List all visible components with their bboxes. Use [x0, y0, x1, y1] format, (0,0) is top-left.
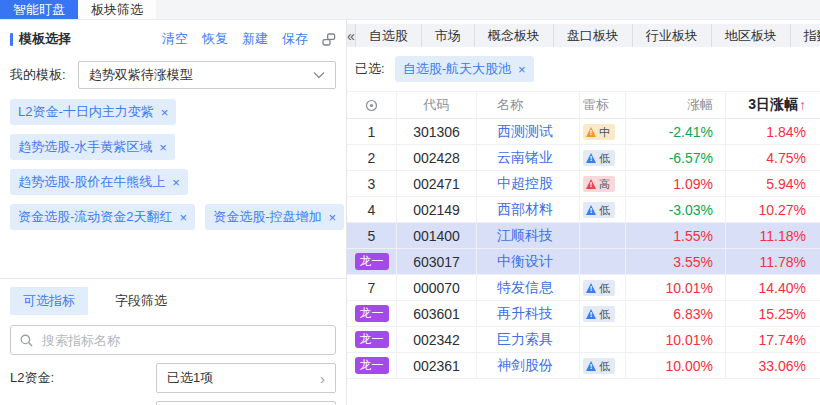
- change3d-pct: 11.78%: [726, 249, 820, 274]
- my-template-label: 我的模板:: [10, 66, 66, 84]
- condition-tag-label: 趋势选股-股价在牛熊线上: [18, 173, 165, 191]
- close-icon[interactable]: ×: [161, 107, 169, 118]
- close-icon[interactable]: ×: [172, 177, 180, 188]
- app-window: 智能盯盘 板块筛选 模板选择 清空 恢复 新建 保存: [0, 0, 820, 405]
- change-pct: 10.01%: [626, 275, 726, 300]
- warning-triangle-icon: !: [586, 205, 596, 215]
- stock-name[interactable]: 江顺科技: [477, 223, 580, 248]
- change-pct: -6.57%: [626, 145, 726, 170]
- condition-tag[interactable]: 资金选股-流动资金2天翻红 ×: [10, 204, 195, 230]
- stock-name[interactable]: 特发信息: [477, 275, 580, 300]
- tab-sector-filter[interactable]: 板块筛选: [78, 0, 156, 19]
- warning-triangle-icon: !: [586, 127, 596, 137]
- radar-badge-low: ! 低: [583, 150, 615, 166]
- warning-triangle-icon: !: [586, 309, 596, 319]
- close-icon[interactable]: ×: [180, 212, 188, 223]
- selected-board-tag[interactable]: 自选股-航天大股池 ×: [395, 56, 534, 82]
- chevron-right-icon: ›: [320, 371, 325, 386]
- selected-board-tag-label: 自选股-航天大股池: [403, 60, 511, 78]
- stock-name[interactable]: 中超控股: [477, 171, 580, 196]
- radar-cell: [580, 327, 626, 352]
- header-change3d[interactable]: 3日涨幅↑: [726, 92, 820, 118]
- radar-badge-low: ! 低: [583, 306, 615, 322]
- stock-name[interactable]: 巨力索具: [477, 327, 580, 352]
- board-tab-region[interactable]: 地区板块: [711, 24, 790, 47]
- change3d-pct: 10.27%: [726, 197, 820, 222]
- tab-available-indicators[interactable]: 可选指标: [10, 287, 88, 315]
- table-row[interactable]: 4 002149 西部材料 ! 低 -3.03% 10.27%: [347, 197, 820, 223]
- restore-button[interactable]: 恢复: [202, 30, 228, 48]
- table-row[interactable]: 7 000070 特发信息 ! 低 10.01% 14.40%: [347, 275, 820, 301]
- table-row[interactable]: 2 002428 云南锗业 ! 低 -6.57% 4.75%: [347, 145, 820, 171]
- condition-tag[interactable]: 趋势选股-水手黄紫区域 ×: [10, 134, 175, 160]
- stock-name[interactable]: 再升科技: [477, 301, 580, 326]
- section-accent-bar: [10, 33, 13, 46]
- stock-name[interactable]: 西测测试: [477, 119, 580, 144]
- board-tab-index[interactable]: 指数板块: [790, 24, 820, 47]
- close-icon[interactable]: ×: [329, 212, 337, 223]
- dragon-one-badge: 龙一: [355, 305, 389, 322]
- stock-code: 000070: [397, 275, 477, 300]
- table-row[interactable]: 龙一 002361 神剑股份 ! 低 10.00% 33.06%: [347, 353, 820, 379]
- table-row[interactable]: 龙一 002342 巨力索具 10.01% 17.74%: [347, 327, 820, 353]
- board-tab-bar: « 自选股 市场 概念板块 盘口板块 行业板块 地区板块 指数板块: [347, 24, 820, 47]
- new-button[interactable]: 新建: [242, 30, 268, 48]
- condition-tag[interactable]: L2资金-十日内主力变紫 ×: [10, 99, 176, 125]
- field-select-l2funds[interactable]: 已选1项 ›: [156, 363, 336, 393]
- table-row-selected[interactable]: 龙一 603017 中衡设计 3.55% 11.78%: [347, 249, 820, 275]
- stock-code: 603601: [397, 301, 477, 326]
- change-pct: -3.03%: [626, 197, 726, 222]
- change3d-pct: 4.75%: [726, 145, 820, 170]
- dragon-one-badge: 龙一: [355, 357, 389, 374]
- row-seq: 4: [347, 197, 397, 222]
- board-tab-industry[interactable]: 行业板块: [632, 24, 711, 47]
- stock-name[interactable]: 云南锗业: [477, 145, 580, 170]
- save-button[interactable]: 保存: [282, 30, 308, 48]
- row-seq: 龙一: [347, 301, 397, 326]
- board-tab-order[interactable]: 盘口板块: [553, 24, 632, 47]
- header-change[interactable]: 涨幅: [626, 92, 726, 118]
- row-seq: 龙一: [347, 327, 397, 352]
- layout-icon[interactable]: [322, 33, 336, 46]
- table-row[interactable]: 1 301306 西测测试 ! 中 -2.41% 1.84%: [347, 119, 820, 145]
- template-select[interactable]: 趋势双紫待涨模型: [78, 61, 336, 89]
- table-row-selected[interactable]: 5 001400 江顺科技 1.55% 11.18%: [347, 223, 820, 249]
- board-tab-market[interactable]: 市场: [421, 24, 474, 47]
- condition-tag-list: L2资金-十日内主力变紫 × 趋势选股-水手黄紫区域 × 趋势选股-股价在牛熊线…: [10, 99, 336, 230]
- radar-cell: ! 低: [580, 197, 626, 222]
- indicator-search-box[interactable]: [10, 325, 336, 355]
- search-input[interactable]: [40, 332, 326, 349]
- header-name[interactable]: 名称: [477, 92, 580, 118]
- column-settings-icon[interactable]: [347, 92, 397, 118]
- header-code[interactable]: 代码: [397, 92, 477, 118]
- collapse-icon[interactable]: «: [347, 24, 355, 47]
- condition-tag[interactable]: 资金选股-控盘增加 ×: [205, 204, 344, 230]
- radar-cell: ! 低: [580, 301, 626, 326]
- clear-button[interactable]: 清空: [162, 30, 188, 48]
- tab-field-filter[interactable]: 字段筛选: [102, 287, 180, 315]
- radar-cell: ! 低: [580, 145, 626, 170]
- field-label-l2funds: L2资金:: [10, 369, 54, 387]
- field-select-small-cap[interactable]: 请选择 ›: [156, 401, 336, 405]
- tab-smart-monitor[interactable]: 智能盯盘: [0, 0, 78, 19]
- header-radar[interactable]: 雷标: [580, 92, 626, 118]
- change-pct: 10.01%: [626, 327, 726, 352]
- row-seq: 龙一: [347, 249, 397, 274]
- close-icon[interactable]: ×: [159, 142, 167, 153]
- radar-cell: [580, 249, 626, 274]
- condition-tag[interactable]: 趋势选股-股价在牛熊线上 ×: [10, 169, 188, 195]
- chevron-down-icon: [313, 71, 325, 79]
- selected-label: 已选:: [355, 60, 385, 78]
- stock-name[interactable]: 西部材料: [477, 197, 580, 222]
- row-seq: 2: [347, 145, 397, 170]
- row-seq: 7: [347, 275, 397, 300]
- field-value: 已选1项: [167, 369, 213, 387]
- stock-name[interactable]: 中衡设计: [477, 249, 580, 274]
- stock-name[interactable]: 神剑股份: [477, 353, 580, 378]
- template-panel: 模板选择 清空 恢复 新建 保存: [0, 20, 347, 405]
- board-tab-concept[interactable]: 概念板块: [474, 24, 553, 47]
- close-icon[interactable]: ×: [518, 64, 526, 75]
- table-row[interactable]: 3 002471 中超控股 ! 高 1.09% 5.94%: [347, 171, 820, 197]
- board-tab-watchlist[interactable]: 自选股: [355, 24, 421, 47]
- table-row[interactable]: 龙一 603601 再升科技 ! 低 6.83% 15.25%: [347, 301, 820, 327]
